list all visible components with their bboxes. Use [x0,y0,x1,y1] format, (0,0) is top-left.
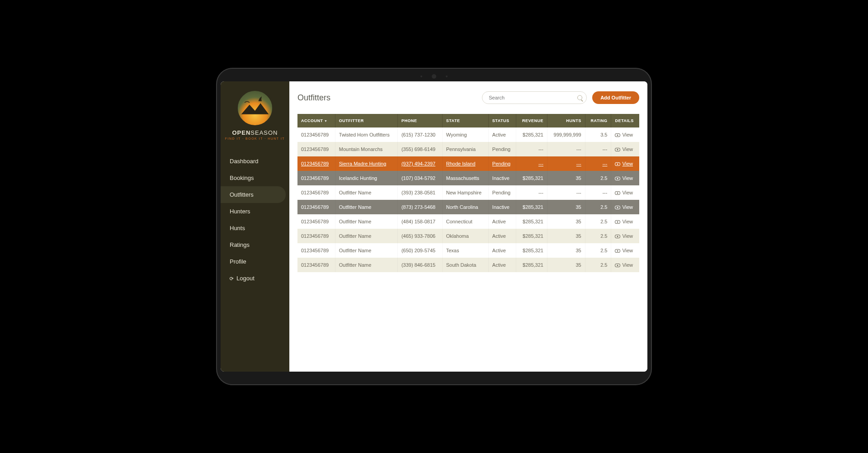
cell-outfitter: Twisted Horn Outfitters [335,127,397,142]
cell-account: 0123456789 [297,156,335,171]
cell-details[interactable]: View [611,258,639,272]
sidebar: OPENSEASON FIND IT · BOOK IT · HUNT IT D… [221,81,289,372]
col-hunts[interactable]: HUNTS [547,114,585,127]
cell-details[interactable]: View [611,200,639,214]
search-box [482,91,587,104]
cell-outfitter: Outfitter Name [335,185,397,200]
sidebar-item-hunters[interactable]: Hunters [221,203,289,220]
col-rating[interactable]: RATING [585,114,611,127]
cell-outfitter: Outfitter Name [335,200,397,214]
table-row[interactable]: 0123456789Twisted Horn Outfitters(615) 7… [297,127,639,142]
cell-details[interactable]: View [611,214,639,229]
table-body: 0123456789Twisted Horn Outfitters(615) 7… [297,127,639,272]
table-row[interactable]: 0123456789Outfitter Name(393) 238-0581Ne… [297,185,639,200]
col-state[interactable]: STATE [442,114,488,127]
eye-icon [615,235,620,238]
cell-status: Inactive [488,200,516,214]
eye-icon [615,206,620,209]
view-label: View [622,146,633,152]
table-row[interactable]: 0123456789Mountain Monarchs(355) 698-614… [297,142,639,156]
page-title: Outfitters [297,93,476,103]
cell-rating: 2.5 [585,214,611,229]
brand-name: OPENSEASON [232,129,278,136]
cell-outfitter: Sierra Madre Hunting [335,156,397,171]
cell-revenue: --- [516,142,547,156]
cell-details[interactable]: View [611,156,639,171]
cell-state: North Carolina [442,200,488,214]
col-account[interactable]: ACCOUNT [297,114,335,127]
brand-tagline: FIND IT · BOOK IT · HUNT IT [225,137,285,140]
search-icon [577,95,582,100]
sidebar-item-hunts[interactable]: Hunts [221,220,289,236]
table-row[interactable]: 0123456789Outfitter Name(484) 158-0817Co… [297,214,639,229]
cell-revenue: $285,321 [516,258,547,272]
cell-revenue: $285,321 [516,243,547,258]
cell-hunts: 35 [547,171,585,185]
cell-hunts: --- [547,185,585,200]
brand-logo-icon [236,89,274,127]
search-input[interactable] [482,91,587,104]
cell-state: Texas [442,243,488,258]
cell-outfitter: Mountain Monarchs [335,142,397,156]
cell-rating: 2.5 [585,200,611,214]
cell-status: Inactive [488,171,516,185]
cell-status: Pending [488,142,516,156]
cell-state: Wyoming [442,127,488,142]
brand-logo: OPENSEASON FIND IT · BOOK IT · HUNT IT [221,89,289,140]
cell-revenue: $285,321 [516,171,547,185]
main-content: Outfitters Add Outfitter ACCOUNT OUTFITT… [289,81,647,372]
sidebar-item-dashboard[interactable]: Dashboard [221,153,289,170]
col-details[interactable]: DETAILS [611,114,639,127]
cell-account: 0123456789 [297,243,335,258]
sidebar-item-ratings[interactable]: Ratings [221,236,289,253]
view-label: View [622,132,633,137]
cell-details[interactable]: View [611,185,639,200]
sidebar-item-outfitters[interactable]: Outfitters [221,186,286,203]
table-row[interactable]: 0123456789Outfitter Name(873) 273-5468No… [297,200,639,214]
cell-hunts: 999,999,999 [547,127,585,142]
add-outfitter-button[interactable]: Add Outfitter [592,91,639,104]
table-row[interactable]: 0123456789Outfitter Name(465) 933-7806Ok… [297,229,639,243]
cell-details[interactable]: View [611,171,639,185]
sidebar-item-bookings[interactable]: Bookings [221,170,289,186]
cell-details[interactable]: View [611,229,639,243]
cell-rating: 3.5 [585,127,611,142]
cell-state: Pennsylvania [442,142,488,156]
tablet-frame: OPENSEASON FIND IT · BOOK IT · HUNT IT D… [216,68,652,385]
cell-status: Pending [488,156,516,171]
cell-status: Active [488,229,516,243]
cell-account: 0123456789 [297,229,335,243]
cell-rating: --- [585,156,611,171]
brand-name-a: OPEN [232,129,250,136]
col-outfitter[interactable]: OUTFITTER [335,114,397,127]
cell-account: 0123456789 [297,171,335,185]
table-row[interactable]: 0123456789Icelandic Hunting(107) 034-579… [297,171,639,185]
cell-phone: (107) 034-5792 [397,171,442,185]
cell-details[interactable]: View [611,243,639,258]
table-row[interactable]: 0123456789Outfitter Name(339) 846-6815So… [297,258,639,272]
cell-status: Active [488,214,516,229]
col-revenue[interactable]: REVENUE [516,114,547,127]
sidebar-item-profile[interactable]: Profile [221,253,289,270]
view-label: View [622,161,633,166]
cell-rating: 2.5 [585,229,611,243]
cell-details[interactable]: View [611,127,639,142]
cell-hunts: 35 [547,214,585,229]
cell-rating: 2.5 [585,171,611,185]
table-row[interactable]: 0123456789Outfitter Name(650) 209-5745Te… [297,243,639,258]
eye-icon [615,264,620,267]
col-status[interactable]: STATUS [488,114,516,127]
cell-phone: (393) 238-0581 [397,185,442,200]
cell-outfitter: Outfitter Name [335,258,397,272]
brand-name-b: SEASON [250,129,278,136]
cell-details[interactable]: View [611,142,639,156]
cell-revenue: $285,321 [516,229,547,243]
cell-account: 0123456789 [297,214,335,229]
cell-revenue: $285,321 [516,214,547,229]
eye-icon [615,220,620,224]
col-phone[interactable]: PHONE [397,114,442,127]
cell-account: 0123456789 [297,127,335,142]
table-row[interactable]: 0123456789Sierra Madre Hunting(937) 494-… [297,156,639,171]
sidebar-item-logout[interactable]: Logout [221,270,289,287]
cell-hunts: 35 [547,243,585,258]
